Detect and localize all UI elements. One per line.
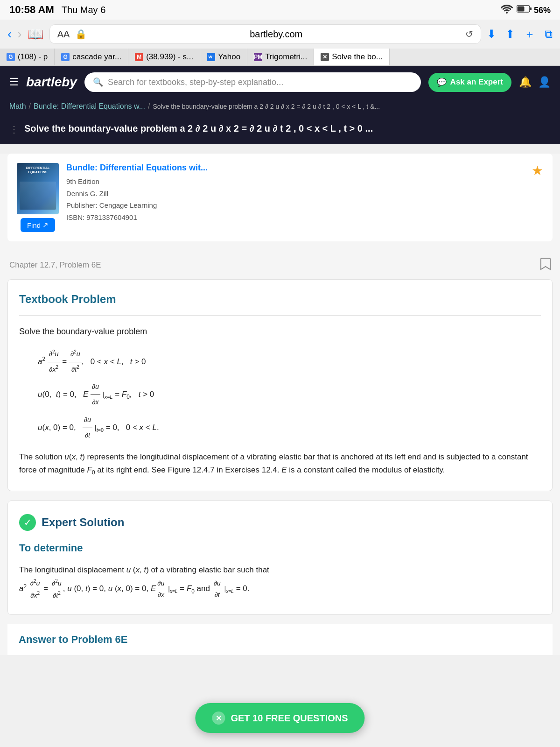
chapter-label: Chapter 12.7, Problem 6E [9, 261, 101, 270]
check-circle-icon: ✓ [19, 514, 36, 531]
main-content: DIFFERENTIALEQUATIONS Find ↗ Bundle: Dif… [0, 154, 560, 655]
bookmark-outline-icon[interactable] [540, 257, 551, 273]
expert-header: ✓ Expert Solution [19, 514, 541, 531]
url-display: bartleby.com [91, 29, 462, 40]
tab-label-trig: Trigometri... [265, 52, 307, 62]
textbook-problem-heading: Textbook Problem [19, 293, 541, 306]
breadcrumb-math[interactable]: Math [9, 102, 26, 111]
chat-icon: 💬 [437, 78, 447, 87]
header-icons: 🔔 👤 [519, 76, 551, 88]
tab-favicon-mail2: M [135, 53, 143, 61]
time-display: 10:58 AM [9, 4, 54, 16]
expert-solution-title: Expert Solution [42, 516, 124, 529]
dots-icon: ⋮ [9, 124, 19, 135]
textbook-problem-card: Textbook Problem Solve the boundary-valu… [7, 279, 553, 491]
tabs-overview-icon[interactable]: ⧉ [545, 28, 553, 41]
browser-tab-mail2[interactable]: M (38,939) - s... [128, 49, 200, 65]
tab-label-yahoo: Yahoo [218, 52, 240, 62]
search-icon: 🔍 [93, 77, 103, 87]
browser-chrome: ‹ › 📖 AA 🔒 bartleby.com ↺ ⬇ ⬆ ＋ ⧉ [0, 20, 560, 49]
tab-label-solve: Solve the bo... [332, 52, 383, 62]
tab-favicon-g: G [7, 53, 15, 61]
browser-tab-trig[interactable]: PM Trigometri... [247, 49, 314, 65]
breadcrumb-sep2: / [148, 102, 150, 111]
browser-tab-solve[interactable]: ✕ Solve the bo... [314, 49, 390, 65]
browser-tabs: G (108) - p G cascade yar... M (38,939) … [0, 49, 560, 66]
breadcrumb-current: Solve the boundary-value problem a 2 ∂ 2… [153, 103, 380, 110]
back-button[interactable]: ‹ [7, 27, 12, 42]
hamburger-menu[interactable]: ☰ [9, 76, 19, 88]
breadcrumb-bundle[interactable]: Bundle: Differential Equations w... [34, 102, 145, 111]
math-equations: a2 ∂2u∂x2 = ∂2u∂t2, 0 < x < L, t > 0 u(0… [38, 347, 541, 443]
svg-rect-1 [530, 7, 532, 10]
equation-1: a2 ∂2u∂x2 = ∂2u∂t2, 0 < x < L, t > 0 [38, 347, 541, 377]
book-cover: DIFFERENTIALEQUATIONS [17, 163, 59, 214]
tab-favicon-yahoo: W! [207, 53, 215, 61]
reload-icon[interactable]: ↺ [465, 28, 473, 40]
tab-favicon-trig: PM [254, 53, 262, 61]
bell-icon[interactable]: 🔔 [519, 76, 532, 88]
lock-icon: 🔒 [75, 28, 87, 40]
book-card: DIFFERENTIALEQUATIONS Find ↗ Bundle: Dif… [7, 154, 553, 241]
address-bar[interactable]: AA 🔒 bartleby.com ↺ [49, 24, 481, 44]
book-title[interactable]: Bundle: Differential Equations wit... [66, 163, 524, 173]
forward-button[interactable]: › [17, 27, 21, 42]
breadcrumb-sep1: / [29, 102, 31, 111]
problem-description: The solution u(x, t) represents the long… [19, 451, 541, 478]
page-title: Solve the boundary-value problem a 2 ∂ 2… [24, 122, 551, 135]
page-title-banner: ⋮ Solve the boundary-value problem a 2 ∂… [0, 116, 560, 144]
find-label: Find [27, 221, 41, 229]
answer-title: Answer to Problem 6E [19, 634, 541, 646]
bookmarks-icon[interactable]: 📖 [28, 27, 44, 42]
ask-expert-button[interactable]: 💬 Ask an Expert [428, 73, 511, 92]
new-tab-icon[interactable]: ＋ [524, 27, 535, 42]
browser-actions: ⬇ ⬆ ＋ ⧉ [487, 27, 553, 42]
book-edition: 9th Edition [66, 176, 524, 188]
browser-tab-gmail[interactable]: G (108) - p [0, 49, 55, 65]
problem-divider [19, 315, 541, 316]
text-size-aa[interactable]: AA [57, 29, 70, 40]
find-external-icon: ↗ [42, 221, 49, 229]
find-button[interactable]: Find ↗ [21, 218, 55, 232]
browser-tab-yahoo[interactable]: W! Yahoo [200, 49, 247, 65]
ask-expert-label: Ask an Expert [450, 78, 503, 87]
svg-rect-2 [517, 6, 524, 11]
tab-label-gmail: (108) - p [18, 52, 48, 62]
to-determine-heading: To determine [19, 542, 541, 554]
browser-tab-cascade[interactable]: G cascade yar... [55, 49, 128, 65]
expert-solution-card: ✓ Expert Solution To determine The longi… [7, 500, 553, 615]
battery-icon: 56% [517, 5, 551, 15]
check-icon: ✓ [24, 517, 32, 528]
status-bar: 10:58 AM Thu May 6 56% [0, 0, 560, 20]
problem-intro: Solve the boundary-value problem [19, 325, 541, 338]
star-icon[interactable]: ★ [532, 163, 543, 178]
wifi-icon [501, 4, 513, 16]
book-author: Dennis G. Zill [66, 188, 524, 200]
equation-3: u(x, 0) = 0, ∂u∂t |t=0 = 0, 0 < x < L. [38, 413, 541, 443]
chapter-info: Chapter 12.7, Problem 6E [0, 251, 560, 279]
tab-label-mail2: (38,939) - s... [146, 52, 193, 62]
date-display: Thu May 6 [62, 5, 105, 15]
breadcrumb: Math / Bundle: Differential Equations w.… [0, 99, 560, 116]
answer-section: Answer to Problem 6E [7, 624, 553, 655]
status-icons: 56% [501, 4, 551, 16]
tab-favicon-solve: ✕ [321, 53, 329, 61]
tab-favicon-cascade: G [61, 53, 70, 61]
search-box[interactable]: 🔍 Search for textbooks, step-by-step exp… [84, 72, 421, 92]
tab-label-cascade: cascade yar... [72, 52, 121, 62]
user-icon[interactable]: 👤 [538, 76, 551, 88]
book-info: Bundle: Differential Equations wit... 9t… [66, 163, 524, 223]
battery-percent: 56% [534, 6, 551, 15]
bartleby-logo: bartleby [26, 75, 77, 90]
equation-2: u(0, t) = 0, E ∂u∂x |x=L = F0, t > 0 [38, 380, 541, 410]
download-icon[interactable]: ⬇ [487, 28, 496, 41]
expert-body-text: The longitudinal displacement u (x, t) o… [19, 564, 541, 601]
bartleby-header: ☰ bartleby 🔍 Search for textbooks, step-… [0, 66, 560, 99]
search-placeholder: Search for textbooks, step-by-step expla… [108, 78, 283, 87]
book-isbn: ISBN: 9781337604901 [66, 211, 524, 224]
share-icon[interactable]: ⬆ [505, 28, 515, 41]
book-publisher: Publisher: Cengage Learning [66, 199, 524, 211]
